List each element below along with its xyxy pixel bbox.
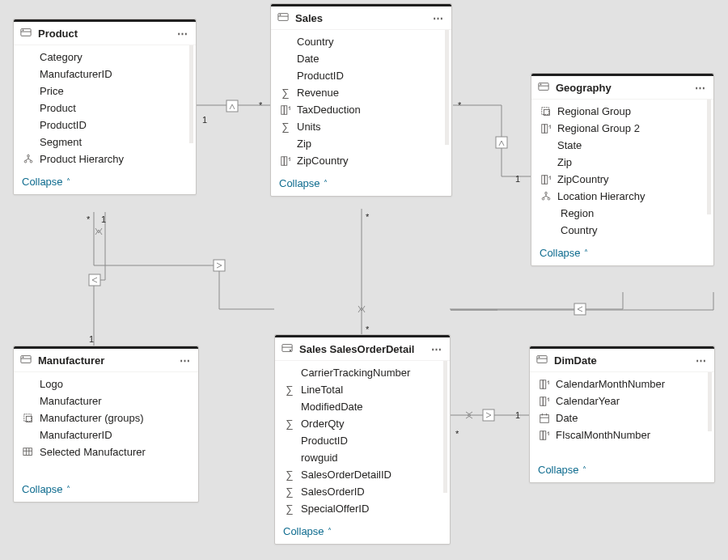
field-item[interactable]: Zip (531, 154, 713, 171)
svg-rect-5 (496, 137, 507, 148)
table-geography[interactable]: Geography ⋯ Regional Group Regional Grou… (531, 73, 714, 266)
field-item[interactable]: ∑OrderQty (275, 415, 450, 432)
field-item[interactable]: ∑SalesOrderID (275, 483, 450, 500)
field-item[interactable]: ∑SpecialOfferID (275, 500, 450, 517)
table-sales[interactable]: Sales ⋯ Country Date ProductID ∑Revenue … (270, 3, 452, 197)
field-item[interactable]: Country (271, 33, 451, 50)
scrollbar[interactable] (707, 100, 711, 214)
field-item[interactable]: Regional Group 2 (531, 120, 713, 137)
table-header[interactable]: Manufacturer ⋯ (14, 349, 198, 372)
field-item[interactable]: ∑SalesOrderDetailID (275, 466, 450, 483)
table-header[interactable]: Sales SalesOrderDetail ⋯ (275, 337, 450, 361)
more-icon[interactable]: ⋯ (180, 354, 192, 367)
table-icon (538, 81, 551, 94)
table-header[interactable]: Geography ⋯ (531, 76, 713, 100)
field-item[interactable]: Selected Manufacturer (14, 443, 198, 460)
field-item[interactable]: ManufacturerID (14, 66, 196, 83)
scrollbar[interactable] (189, 45, 193, 143)
sigma-icon: ∑ (283, 469, 296, 481)
more-icon[interactable]: ⋯ (433, 12, 445, 24)
more-icon[interactable]: ⋯ (177, 28, 189, 40)
field-item[interactable]: ∑LineTotal (275, 381, 450, 398)
collapse-button[interactable]: Collapse˄ (531, 242, 713, 265)
table-salesorderdetail[interactable]: Sales SalesOrderDetail ⋯ CarrierTracking… (274, 334, 451, 545)
svg-text:1: 1 (515, 174, 520, 184)
field-item[interactable]: CalendarMonthNumber (530, 375, 714, 392)
field-item[interactable]: Date (530, 409, 714, 426)
field-item[interactable]: Zip (271, 135, 451, 152)
table-manufacturer[interactable]: Manufacturer ⋯ Logo Manufacturer Manufac… (13, 346, 199, 503)
field-item[interactable]: Region (531, 205, 713, 222)
chevron-up-icon: ˄ (66, 485, 70, 494)
group-icon (540, 106, 552, 117)
field-item[interactable]: Segment (14, 134, 196, 151)
table-header[interactable]: Sales ⋯ (271, 6, 451, 30)
calc-column-icon (279, 155, 292, 167)
field-item[interactable]: CarrierTrackingNumber (275, 364, 450, 381)
more-icon[interactable]: ⋯ (696, 354, 708, 367)
table-header[interactable]: DimDate ⋯ (530, 349, 714, 372)
field-item[interactable]: Logo (14, 375, 198, 392)
table-icon (281, 342, 294, 355)
field-item[interactable]: ProductID (271, 67, 451, 84)
svg-rect-56 (540, 380, 544, 388)
more-icon[interactable]: ⋯ (431, 343, 443, 355)
field-item[interactable]: ∑Revenue (271, 84, 451, 101)
field-item[interactable]: Manufacturer (groups) (14, 409, 198, 426)
field-item[interactable]: Regional Group (531, 103, 713, 120)
hierarchy-icon (540, 191, 552, 202)
field-item[interactable]: Product Hierarchy (14, 151, 196, 168)
svg-text:*: * (87, 214, 91, 224)
field-item[interactable]: TaxDeduction (271, 101, 451, 118)
svg-rect-15 (483, 409, 494, 421)
field-item[interactable]: Price (14, 83, 196, 100)
field-item[interactable]: Location Hierarchy (531, 188, 713, 205)
svg-rect-65 (543, 431, 546, 439)
table-title: Product (38, 28, 172, 40)
field-list: Logo Manufacturer Manufacturer (groups) … (14, 372, 198, 478)
svg-rect-47 (23, 448, 32, 455)
svg-point-55 (539, 357, 540, 358)
svg-point-19 (23, 30, 23, 31)
field-list: Country Date ProductID ∑Revenue TaxDeduc… (271, 30, 451, 172)
field-item[interactable]: Country (531, 222, 713, 239)
table-header[interactable]: Product ⋯ (14, 22, 196, 45)
field-item[interactable]: ManufacturerID (14, 426, 198, 443)
field-item[interactable]: ProductID (14, 117, 196, 134)
svg-point-20 (28, 155, 30, 157)
table-icon (536, 354, 549, 367)
field-item[interactable]: Category (14, 49, 196, 66)
field-item[interactable]: Manufacturer (14, 392, 198, 409)
sigma-icon: ∑ (283, 503, 296, 515)
scrollbar[interactable] (443, 361, 447, 493)
field-item[interactable]: FIscalMonthNumber (530, 426, 714, 443)
field-item[interactable]: ProductID (275, 432, 450, 449)
table-product[interactable]: Product ⋯ Category ManufacturerID Price … (13, 19, 197, 195)
field-item[interactable]: ModifiedDate (275, 398, 450, 415)
collapse-button[interactable]: Collapse˄ (530, 459, 714, 482)
scrollbar[interactable] (445, 30, 449, 145)
collapse-button[interactable]: Collapse˄ (14, 478, 198, 502)
field-item[interactable]: CalendarYear (530, 392, 714, 409)
svg-point-32 (540, 84, 541, 85)
scrollbar[interactable] (708, 372, 712, 431)
field-item[interactable]: Date (271, 50, 451, 67)
svg-text:*: * (458, 100, 462, 110)
field-item[interactable]: ∑Units (271, 118, 451, 135)
svg-rect-28 (281, 156, 285, 165)
svg-rect-57 (543, 380, 546, 388)
field-item[interactable]: ZipCountry (531, 171, 713, 188)
collapse-button[interactable]: Collapse˄ (275, 520, 450, 544)
field-list: CalendarMonthNumber CalendarYear Date FI… (530, 372, 714, 459)
collapse-button[interactable]: Collapse˄ (14, 171, 196, 194)
table-icon (20, 27, 33, 40)
collapse-button[interactable]: Collapse˄ (271, 172, 451, 196)
field-item[interactable]: ZipCountry (271, 152, 451, 169)
field-item[interactable]: Product (14, 100, 196, 117)
table-dimdate[interactable]: DimDate ⋯ CalendarMonthNumber CalendarYe… (529, 346, 715, 483)
field-item[interactable]: rowguid (275, 449, 450, 466)
field-item[interactable]: State (531, 137, 713, 154)
more-icon[interactable]: ⋯ (695, 82, 707, 94)
svg-rect-29 (284, 156, 287, 165)
svg-point-41 (548, 197, 550, 200)
